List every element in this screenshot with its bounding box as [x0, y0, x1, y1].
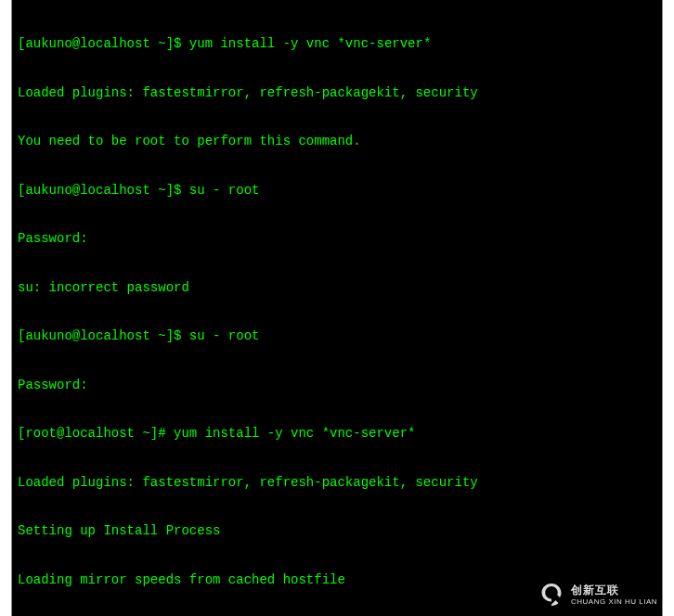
command-text: su - root — [189, 183, 260, 198]
shell-prompt: [aukuno@localhost ~]$ — [18, 36, 189, 51]
root-prompt: [root@localhost ~]# — [18, 426, 174, 441]
terminal-window[interactable]: [aukuno@localhost ~]$ yum install -y vnc… — [11, 0, 663, 616]
command-text: yum install -y vnc *vnc-server* — [189, 36, 431, 51]
output-line: You need to be root to perform this comm… — [18, 134, 656, 150]
prompt-line: [aukuno@localhost ~]$ yum install -y vnc… — [18, 36, 656, 53]
error-line: su: incorrect password — [18, 280, 656, 297]
output-line: Loaded plugins: fastestmirror, refresh-p… — [18, 85, 656, 102]
output-line: Loaded plugins: fastestmirror, refresh-p… — [18, 475, 656, 492]
prompt-line: [aukuno@localhost ~]$ su - root — [18, 328, 656, 345]
password-prompt: Password: — [18, 378, 656, 394]
prompt-line: [root@localhost ~]# yum install -y vnc *… — [18, 426, 656, 443]
output-line: Setting up Install Process — [18, 523, 656, 540]
output-line: Loading mirror speeds from cached hostfi… — [18, 572, 656, 589]
shell-prompt: [aukuno@localhost ~]$ — [18, 328, 189, 343]
command-text: su - root — [189, 328, 260, 343]
password-prompt: Password: — [18, 231, 656, 248]
prompt-line: [aukuno@localhost ~]$ su - root — [18, 183, 656, 199]
command-text: yum install -y vnc *vnc-server* — [174, 426, 415, 441]
shell-prompt: [aukuno@localhost ~]$ — [18, 183, 189, 198]
